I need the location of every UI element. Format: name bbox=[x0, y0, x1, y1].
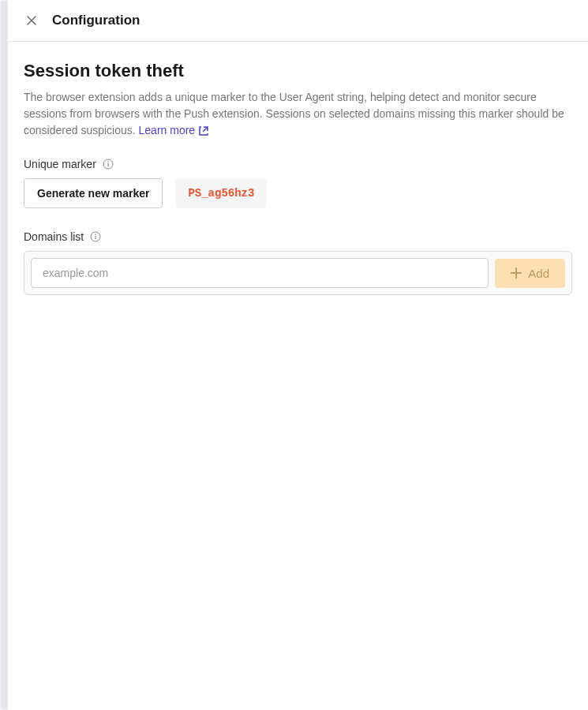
svg-point-4 bbox=[107, 161, 109, 163]
panel-header: Configuration bbox=[8, 0, 588, 42]
add-domain-button[interactable]: Add bbox=[495, 259, 565, 288]
info-icon[interactable] bbox=[90, 231, 101, 242]
svg-point-7 bbox=[95, 234, 96, 235]
external-link-icon bbox=[198, 125, 209, 136]
info-icon[interactable] bbox=[103, 159, 114, 170]
learn-more-link[interactable]: Learn more bbox=[139, 122, 210, 139]
section-description: The browser extension adds a unique mark… bbox=[24, 89, 572, 139]
close-icon bbox=[27, 16, 36, 25]
plus-icon bbox=[511, 267, 522, 278]
description-text: The browser extension adds a unique mark… bbox=[24, 91, 564, 136]
configuration-panel: Configuration Session token theft The br… bbox=[8, 0, 588, 710]
panel-title: Configuration bbox=[52, 13, 140, 28]
panel-content: Session token theft The browser extensio… bbox=[8, 42, 588, 314]
marker-label: Unique marker bbox=[24, 158, 96, 170]
domains-container: Add bbox=[24, 251, 572, 295]
marker-label-row: Unique marker bbox=[24, 158, 572, 170]
domains-label-row: Domains list bbox=[24, 230, 572, 243]
domains-label: Domains list bbox=[24, 230, 84, 243]
marker-row: Generate new marker PS_ag56hz3 bbox=[24, 178, 572, 208]
svg-line-2 bbox=[203, 127, 208, 132]
background-blur bbox=[0, 0, 8, 710]
generate-marker-button[interactable]: Generate new marker bbox=[24, 178, 163, 208]
close-button[interactable] bbox=[24, 13, 39, 28]
section-title: Session token theft bbox=[24, 61, 572, 81]
domain-input[interactable] bbox=[31, 258, 489, 288]
learn-more-label: Learn more bbox=[139, 122, 196, 139]
marker-value: PS_ag56hz3 bbox=[175, 178, 267, 208]
add-button-label: Add bbox=[528, 267, 549, 280]
